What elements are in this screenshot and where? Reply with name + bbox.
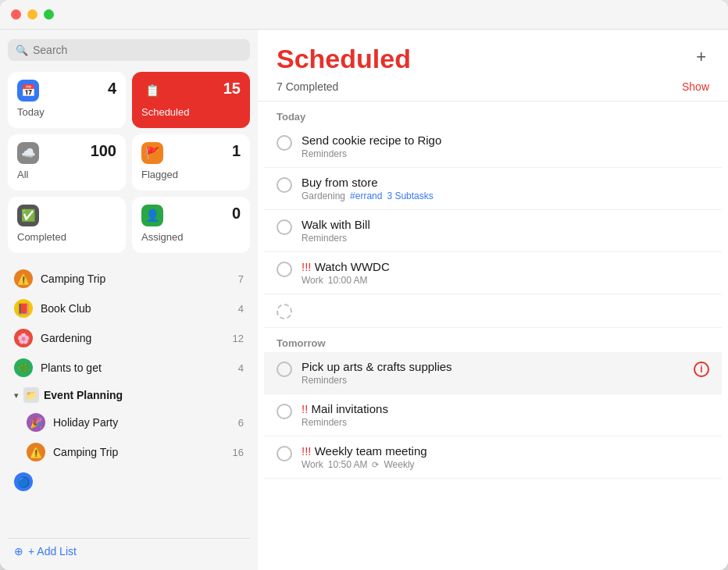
holiday-party-icon: 🎉 (27, 413, 45, 432)
smart-card-all[interactable]: ☁️ 100 All (8, 134, 126, 191)
camping-trip-2-icon: ⚠️ (27, 443, 45, 461)
reminder-item-pickup-arts[interactable]: Pick up arts & crafts supplies Reminders… (264, 352, 722, 394)
sidebar-item-holiday-party[interactable]: 🎉 Holiday Party 6 (20, 408, 250, 437)
add-list-label: + Add List (28, 545, 77, 558)
title-bar (0, 0, 728, 30)
tag-badge: #errand (350, 191, 382, 201)
today-icon: 📅 (17, 80, 39, 102)
flagged-label: Flagged (141, 169, 241, 180)
info-icon[interactable]: i (694, 362, 709, 377)
reminder-subtitle: Gardening #errand 3 Subtasks (302, 191, 709, 201)
all-count: 100 (91, 142, 116, 160)
reminder-title: Pick up arts & crafts supplies (302, 360, 684, 373)
main-title: Scheduled (277, 44, 411, 74)
reminder-circle[interactable] (277, 177, 292, 193)
completed-count-label: 7 Completed (277, 80, 338, 93)
reminder-circle[interactable] (277, 219, 292, 235)
reminder-item-empty[interactable] (264, 294, 722, 328)
book-club-label: Book Club (41, 302, 230, 315)
reminder-item-buy-store[interactable]: Buy from store Gardening #errand 3 Subta… (264, 168, 722, 210)
smart-lists-grid: 📅 4 Today 📋 15 Scheduled ☁️ (8, 72, 250, 253)
content-area: 🔍 📅 4 Today 📋 15 (0, 30, 728, 570)
today-count: 4 (108, 80, 116, 98)
subtask-badge: 3 Subtasks (387, 191, 433, 201)
reminder-subtitle: Work 10:00 AM (302, 275, 709, 286)
reminder-item-watch-wwdc[interactable]: Watch WWDC Work 10:00 AM (264, 252, 722, 294)
camping-trip-label: Camping Trip (41, 273, 230, 285)
reminder-item-mail-invitations[interactable]: Mail invitations Reminders (264, 394, 722, 436)
scheduled-label: Scheduled (141, 106, 241, 118)
smart-card-flagged[interactable]: 🚩 1 Flagged (132, 134, 250, 191)
completed-bar: 7 Completed Show (258, 77, 728, 102)
book-club-count: 4 (238, 303, 244, 315)
search-icon: 🔍 (16, 45, 28, 56)
camping-trip-icon: ⚠️ (14, 269, 33, 288)
reminder-title: Buy from store (302, 176, 709, 189)
plants-to-get-count: 4 (238, 362, 244, 374)
gardening-label: Gardening (41, 332, 225, 344)
sidebar-item-plants-to-get[interactable]: 🌿 Plants to get 4 (8, 353, 250, 383)
user-lists: ⚠️ Camping Trip 7 📕 Book Club 4 🌸 Garden… (8, 264, 250, 533)
scheduled-count: 15 (223, 80, 241, 98)
camping-trip-2-count: 16 (233, 447, 244, 458)
plants-to-get-icon: 🌿 (14, 358, 33, 377)
reminder-subtitle: Reminders (302, 375, 684, 386)
flagged-icon: 🚩 (141, 142, 163, 164)
add-list-icon: ⊕ (14, 545, 23, 558)
reminder-circle[interactable] (277, 135, 292, 151)
reminder-circle[interactable] (277, 446, 292, 461)
event-planning-group-header[interactable]: ▾ 📁 Event Planning (8, 383, 250, 408)
main-content: Scheduled + 7 Completed Show Today Send … (258, 30, 728, 570)
smart-card-today[interactable]: 📅 4 Today (8, 72, 126, 128)
maximize-button[interactable] (44, 9, 54, 20)
assigned-count: 0 (232, 205, 241, 223)
holiday-party-label: Holiday Party (53, 416, 230, 429)
sidebar-item-extra[interactable]: 🔵 (8, 467, 250, 497)
sidebar-item-gardening[interactable]: 🌸 Gardening 12 (8, 323, 250, 353)
search-bar[interactable]: 🔍 (8, 39, 250, 61)
extra-list-icon: 🔵 (14, 472, 33, 491)
chevron-down-icon: ▾ (14, 390, 19, 401)
gardening-icon: 🌸 (14, 329, 33, 347)
completed-icon: ✅ (17, 205, 39, 226)
sidebar-item-book-club[interactable]: 📕 Book Club 4 (8, 294, 250, 323)
reminder-subtitle: Reminders (302, 417, 709, 428)
minimize-button[interactable] (27, 9, 37, 20)
section-today: Today (264, 102, 722, 126)
reminder-circle[interactable] (277, 362, 292, 377)
show-completed-button[interactable]: Show (682, 80, 709, 93)
sidebar-item-camping-trip[interactable]: ⚠️ Camping Trip 7 (8, 264, 250, 294)
reminder-subtitle: Reminders (302, 233, 709, 244)
reminder-subtitle: Work 10:50 AM ⟳ Weekly (302, 459, 709, 470)
main-header: Scheduled + (258, 30, 728, 77)
camping-trip-2-label: Camping Trip (53, 446, 225, 458)
smart-card-completed[interactable]: ✅ Completed (8, 197, 126, 253)
reminder-circle-dashed[interactable] (277, 304, 292, 319)
assigned-icon: 👤 (141, 205, 163, 226)
reminder-item-walk-bill[interactable]: Walk with Bill Reminders (264, 210, 722, 252)
search-input[interactable] (33, 44, 242, 56)
smart-card-assigned[interactable]: 👤 0 Assigned (132, 197, 250, 253)
smart-card-scheduled[interactable]: 📋 15 Scheduled (132, 72, 250, 128)
reminder-item-weekly-meeting[interactable]: Weekly team meeting Work 10:50 AM ⟳ Week… (264, 436, 722, 479)
sidebar-item-camping-trip-2[interactable]: ⚠️ Camping Trip 16 (20, 437, 250, 467)
reminder-title: Mail invitations (302, 402, 709, 415)
reminder-item-send-cookie[interactable]: Send cookie recipe to Rigo Reminders (264, 126, 722, 168)
event-planning-folder-icon: 📁 (23, 387, 39, 403)
add-list-button[interactable]: ⊕ + Add List (8, 538, 250, 564)
plants-to-get-label: Plants to get (41, 362, 230, 374)
close-button[interactable] (11, 9, 21, 20)
traffic-lights (11, 9, 54, 20)
assigned-label: Assigned (141, 231, 241, 243)
add-reminder-button[interactable]: + (693, 44, 709, 70)
today-label: Today (17, 106, 116, 118)
event-planning-nested: 🎉 Holiday Party 6 ⚠️ Camping Trip 16 (8, 408, 250, 467)
event-planning-label: Event Planning (44, 389, 244, 401)
book-club-icon: 📕 (14, 299, 33, 318)
reminder-circle[interactable] (277, 404, 292, 419)
sidebar: 🔍 📅 4 Today 📋 15 (0, 30, 258, 570)
app-window: 🔍 📅 4 Today 📋 15 (0, 0, 728, 570)
reminder-title: Walk with Bill (302, 218, 709, 231)
reminder-circle[interactable] (277, 262, 292, 277)
reminder-title: Weekly team meeting (302, 444, 709, 458)
